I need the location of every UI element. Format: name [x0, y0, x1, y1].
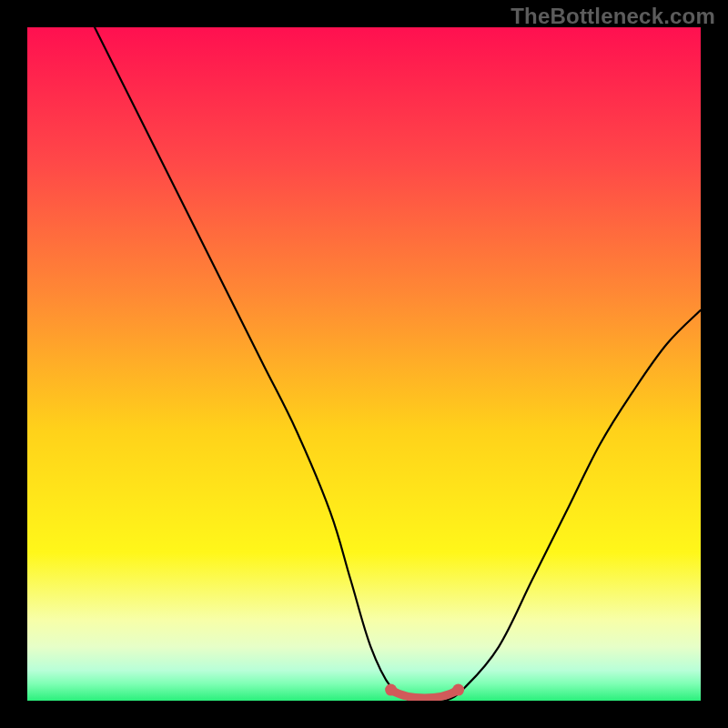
svg-point-0 [385, 684, 397, 696]
plot-area [27, 27, 701, 701]
chart-frame: TheBottleneck.com [0, 0, 728, 728]
watermark-text: TheBottleneck.com [511, 4, 715, 29]
svg-point-1 [452, 684, 464, 696]
bottleneck-chart [27, 27, 701, 701]
gradient-background [27, 27, 701, 701]
